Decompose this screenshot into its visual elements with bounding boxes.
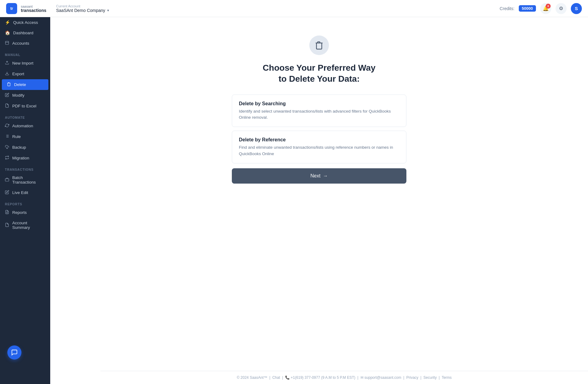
option-cards: Delete by Searching Identify and select …	[232, 95, 406, 184]
modify-icon	[5, 93, 9, 98]
notifications-button[interactable]: 🔔 0	[540, 3, 551, 14]
home-icon: 🏠	[5, 30, 10, 35]
footer-email-link[interactable]: support@saasant.com	[364, 375, 401, 380]
sidebar-item-batch-transactions[interactable]: Batch Transactions	[0, 173, 50, 187]
rule-icon	[5, 134, 9, 139]
reports-icon	[5, 210, 9, 215]
arrow-right-icon: →	[323, 173, 328, 179]
footer-phone: +1(619) 377-0977 (9 A.M to 5 P.M EST)	[291, 375, 355, 380]
automation-icon	[5, 123, 9, 129]
account-summary-icon	[5, 223, 9, 228]
batch-icon	[5, 177, 9, 183]
svg-rect-0	[6, 41, 9, 45]
app-sub: saasant	[21, 5, 46, 8]
migration-icon	[5, 155, 9, 161]
delete-page-icon	[309, 35, 329, 55]
sidebar-item-new-import[interactable]: New Import	[0, 58, 50, 69]
option-desc-reference: Find and eliminate unwanted transactions…	[239, 144, 399, 157]
header-left: tr saasant transactions Current Account …	[6, 3, 109, 14]
chat-bubble-button[interactable]	[7, 345, 21, 360]
manual-section-label: MANUAL	[0, 49, 50, 58]
chevron-down-icon: ▾	[107, 8, 109, 13]
sidebar-item-accounts[interactable]: Accounts	[0, 38, 50, 49]
next-button[interactable]: Next →	[232, 168, 406, 184]
sidebar-item-pdf-to-excel[interactable]: PDF to Excel	[0, 101, 50, 111]
account-name: SaaSAnt Demo Company	[56, 8, 105, 13]
footer-security-link[interactable]: Security	[424, 375, 437, 380]
main-area: Choose Your Preferred Way to Delete Your…	[50, 17, 588, 384]
sidebar-item-account-summary[interactable]: Account Summary	[0, 218, 50, 233]
app-header: tr saasant transactions Current Account …	[0, 0, 588, 17]
sidebar-item-dashboard[interactable]: 🏠 Dashboard	[0, 28, 50, 38]
sidebar-item-delete[interactable]: Delete	[2, 79, 48, 90]
delete-by-reference-card[interactable]: Delete by Reference Find and eliminate u…	[232, 131, 406, 163]
app-title: transactions	[21, 8, 46, 13]
option-title-searching: Delete by Searching	[239, 101, 399, 106]
settings-button[interactable]: ⚙	[556, 3, 567, 14]
logo-icon: tr	[6, 3, 17, 14]
avatar[interactable]: S	[571, 3, 582, 14]
delete-by-searching-card[interactable]: Delete by Searching Identify and select …	[232, 95, 406, 127]
app-name-block: saasant transactions	[21, 5, 46, 13]
reports-section-label: REPORTS	[0, 198, 50, 207]
footer-email-icon: ✉	[360, 375, 364, 380]
account-selector[interactable]: Current Account SaaSAnt Demo Company ▾	[56, 4, 109, 13]
credits-label: Credits:	[500, 6, 514, 11]
sidebar-item-reports[interactable]: Reports	[0, 207, 50, 218]
sidebar-item-quick-access[interactable]: ⚡ Quick Access	[0, 17, 50, 28]
accounts-icon	[5, 41, 9, 46]
footer-privacy-link[interactable]: Privacy	[406, 375, 418, 380]
pdf-icon	[5, 103, 9, 109]
backup-icon	[5, 145, 9, 150]
download-icon	[5, 71, 9, 76]
footer-chat-link[interactable]: Chat	[272, 375, 280, 380]
sidebar-item-automation[interactable]: Automation	[0, 121, 50, 131]
page-title: Choose Your Preferred Way to Delete Your…	[263, 62, 375, 85]
sidebar-item-modify[interactable]: Modify	[0, 90, 50, 101]
upload-icon	[5, 61, 9, 66]
svg-rect-9	[5, 179, 9, 181]
live-edit-icon	[5, 190, 9, 195]
notification-badge: 0	[546, 4, 551, 9]
delete-icon	[7, 82, 11, 87]
sidebar: ⚡ Quick Access 🏠 Dashboard Accounts MANU…	[0, 17, 50, 384]
footer: © 2024 SaasAnt™ | Chat | 📞 +1(619) 377-0…	[100, 371, 588, 384]
sidebar-item-backup[interactable]: Backup	[0, 142, 50, 153]
sidebar-item-export[interactable]: Export	[0, 69, 50, 79]
credits-value: 50000	[519, 5, 536, 12]
sidebar-item-migration[interactable]: Migration	[0, 153, 50, 163]
transactions-section-label: TRANSACTIONS	[0, 163, 50, 173]
account-info: Current Account SaaSAnt Demo Company ▾	[56, 4, 109, 13]
automate-section-label: AUTOMATE	[0, 111, 50, 121]
quick-access-icon: ⚡	[5, 20, 10, 25]
header-right: Credits: 50000 🔔 0 ⚙ S	[500, 3, 582, 14]
option-title-reference: Delete by Reference	[239, 137, 399, 143]
option-desc-searching: Identify and select unwanted transaction…	[239, 108, 399, 121]
sidebar-item-rule[interactable]: Rule	[0, 131, 50, 142]
footer-phone-icon: 📞	[285, 375, 290, 380]
main-content: Choose Your Preferred Way to Delete Your…	[50, 17, 588, 371]
footer-terms-link[interactable]: Terms	[442, 375, 452, 380]
sidebar-item-live-edit[interactable]: Live Edit	[0, 187, 50, 198]
